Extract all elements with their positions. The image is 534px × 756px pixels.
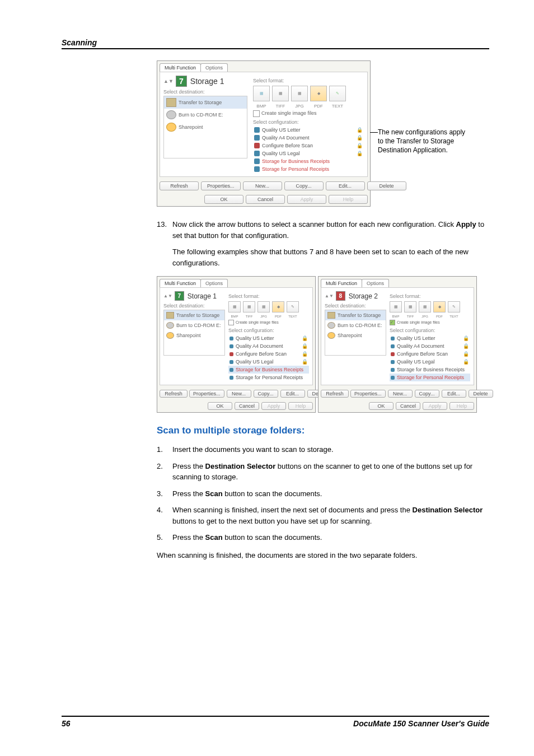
jpg-icon[interactable]: ▦ [291,86,308,101]
text-icon[interactable]: ✎ [329,86,346,101]
destination-list[interactable]: Transfer to Storage Burn to CD-ROM E: Sh… [163,96,247,158]
apply-button[interactable]: Apply [287,195,326,204]
tab-options[interactable]: Options [200,63,228,72]
pdf-icon[interactable]: ◆ [310,86,327,101]
bmp-icon[interactable]: ▦ [253,86,270,101]
single-image-checkbox[interactable]: Create single image files [253,110,364,117]
config-list[interactable]: Quality US Letter🔒 Quality A4 Document🔒 … [253,126,364,173]
panel-title: Storage 1 [190,77,224,86]
running-header: Scanning [62,38,489,49]
dialog-example-7: Multi FunctionOptions ▲▼7Storage 1 Selec… [157,276,316,413]
closing-text: When scanning is finished, the documents… [157,550,489,561]
dialog-storage1: Multi Function Options ▲▼7Storage 1 Sele… [157,60,371,207]
format-row[interactable]: ▦ ▦ ▦ ◆ ✎ [253,86,364,101]
edit-button[interactable]: Edit... [326,181,365,190]
cancel-button[interactable]: Cancel [246,195,285,204]
new-button[interactable]: New... [243,181,282,190]
heading-scan-multiple: Scan to multiple storage folders: [157,425,489,436]
tiff-icon[interactable]: ▦ [272,86,289,101]
properties-button[interactable]: Properties... [201,181,241,190]
step-number: 13. [157,219,172,241]
refresh-button[interactable]: Refresh [160,181,199,190]
annotation: The new configurations apply to the Tran… [378,128,467,155]
copy-button[interactable]: Copy... [284,181,324,190]
dialog-example-8: Multi FunctionOptions ▲▼8Storage 2 Selec… [318,276,477,413]
page-footer: 56DocuMate 150 Scanner User's Guide [62,716,489,728]
button-number: 7 [176,76,187,87]
delete-button[interactable]: Delete [367,181,406,190]
tab-multifunction[interactable]: Multi Function [160,63,201,72]
help-button[interactable]: Help [329,195,368,204]
ok-button[interactable]: OK [204,195,243,204]
